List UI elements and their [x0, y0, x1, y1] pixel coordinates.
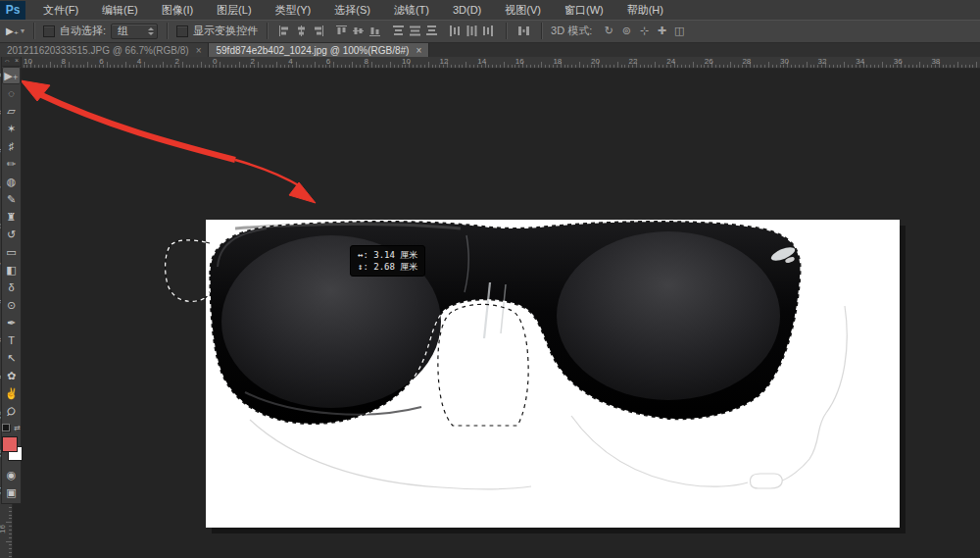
healing-brush-tool[interactable]: ◍	[2, 173, 21, 190]
ruler-label: 22	[629, 57, 638, 66]
dodge-tool[interactable]: ⊙	[2, 296, 21, 314]
clone-stamp-tool[interactable]: ♜	[2, 208, 21, 226]
distribute-spacing-icon[interactable]	[515, 24, 532, 39]
3d-mode-icons: ↻⊚⊹✚◫	[600, 24, 688, 39]
menu-item-2[interactable]: 图像(I)	[150, 1, 205, 20]
tool-preset-picker[interactable]: ▶₊ ▾	[6, 25, 24, 36]
align-top-edges-glyph	[335, 25, 348, 37]
document-tab-0[interactable]: 201211620333515.JPG @ 66.7%(RGB/8)×	[0, 43, 209, 57]
3d-drag-icon[interactable]: ⊹	[635, 24, 653, 39]
ruler-label: 38	[931, 57, 940, 66]
3d-mode-label: 3D 模式:	[551, 24, 592, 38]
pen-tool[interactable]: ✒	[2, 314, 21, 331]
screen-mode-icon: ▣	[6, 487, 16, 498]
tooltip-width: ↔: 3.14 厘米	[358, 249, 417, 261]
menu-item-8[interactable]: 视图(V)	[493, 1, 553, 20]
right-lens	[557, 231, 780, 400]
foreground-color-swatch[interactable]	[2, 436, 18, 452]
default-colors-icon[interactable]	[2, 424, 11, 432]
distribute-top-edges-icon[interactable]	[390, 24, 407, 39]
show-transform-label: 显示变换控件	[193, 24, 258, 38]
crop-tool[interactable]: ♯	[2, 137, 21, 155]
zoom-tool-icon: Ϙ	[5, 404, 19, 418]
ruler-label: 20	[591, 57, 600, 66]
path-selection-tool[interactable]: ↖	[2, 349, 21, 367]
polygonal-lasso-tool[interactable]: ▱	[2, 102, 21, 120]
type-tool-icon: T	[8, 335, 15, 346]
zoom-tool[interactable]: Ϙ	[2, 402, 21, 420]
align-bottom-edges-icon[interactable]	[367, 24, 383, 39]
auto-select-dropdown[interactable]: 组	[111, 24, 158, 39]
distribute-v-centers-icon[interactable]	[407, 24, 423, 39]
align-v-centers-glyph	[352, 25, 365, 37]
path-selection-tool-icon: ↖	[7, 353, 16, 364]
elliptical-marquee-tool[interactable]: ◌	[2, 84, 21, 102]
menu-item-10[interactable]: 帮助(H)	[615, 1, 675, 20]
ruler-label: 32	[818, 57, 827, 66]
distribute-left-edges-icon[interactable]	[447, 24, 464, 39]
color-swatches	[2, 435, 21, 465]
ruler-label: 10	[24, 57, 32, 66]
nose-gap	[438, 304, 528, 426]
3d-slide-icon[interactable]: ✚	[653, 24, 670, 39]
3d-scale-icon[interactable]: ◫	[670, 24, 688, 39]
hand-tool[interactable]: ✌	[2, 384, 21, 402]
ruler-label: 24	[666, 57, 675, 66]
type-tool[interactable]: T	[2, 331, 21, 349]
align-v-centers-icon[interactable]	[350, 24, 367, 39]
menu-item-4[interactable]: 类型(Y)	[264, 1, 323, 20]
close-panel-icon[interactable]: ×	[15, 56, 19, 66]
tab-close-icon[interactable]: ×	[416, 45, 421, 56]
eraser-tool[interactable]: ▭	[2, 243, 21, 261]
distribute-top-edges-glyph	[392, 25, 405, 37]
show-transform-checkbox[interactable]	[176, 25, 188, 37]
custom-shape-tool[interactable]: ✿	[2, 367, 21, 384]
eyedropper-tool-icon: ✏	[7, 159, 16, 170]
tab-title: 59fd874e2b402_1024.jpg @ 100%(RGB/8#)	[216, 45, 409, 56]
distribute-v-centers-glyph	[409, 25, 421, 37]
swap-colors-icon[interactable]: ⇄	[14, 424, 21, 432]
distribute-bottom-edges-icon[interactable]	[423, 24, 440, 39]
3d-rotate-icon[interactable]: ↻	[600, 24, 617, 39]
history-brush-tool[interactable]: ↺	[2, 226, 21, 243]
align-left-edges-icon[interactable]	[276, 24, 293, 39]
magic-wand-tool[interactable]: ✶	[2, 120, 21, 137]
auto-select-checkbox[interactable]	[43, 25, 55, 37]
menu-item-0[interactable]: 文件(F)	[31, 1, 90, 20]
align-top-edges-icon[interactable]	[333, 24, 350, 39]
gradient-tool[interactable]: ◧	[2, 261, 21, 279]
screen-mode-button[interactable]: ▣	[2, 483, 21, 501]
eyedropper-tool[interactable]: ✏	[2, 155, 21, 173]
ruler-label: 8	[364, 57, 368, 66]
menu-item-7[interactable]: 3D(D)	[441, 1, 493, 20]
mini-color-controls: ⇄	[2, 422, 21, 433]
distribute-right-edges-icon[interactable]	[480, 24, 497, 39]
align-distribute-icons	[276, 24, 497, 39]
stepper-arrows-icon	[148, 27, 154, 35]
document-tab-1[interactable]: 59fd874e2b402_1024.jpg @ 100%(RGB/8#)×	[209, 43, 429, 57]
menu-item-5[interactable]: 选择(S)	[322, 1, 382, 20]
ruler-label: 2	[251, 57, 255, 66]
move-tool[interactable]: ▶₊	[2, 67, 21, 84]
annotation-arrow	[21, 80, 316, 203]
pen-tool-icon: ✒	[7, 318, 16, 329]
menu-item-9[interactable]: 窗口(W)	[553, 1, 615, 20]
move-tool-icon: ▶₊	[4, 71, 18, 81]
collapse-panel-icon[interactable]: ⇔	[4, 56, 11, 66]
align-right-edges-icon[interactable]	[310, 24, 326, 39]
eraser-tool-icon: ▭	[6, 247, 16, 258]
quick-mask-button[interactable]: ◉	[2, 466, 21, 483]
dodge-tool-icon: ⊙	[7, 300, 16, 311]
hand-tool-icon: ✌	[5, 388, 19, 399]
blur-tool[interactable]: δ	[2, 279, 21, 296]
menu-item-1[interactable]: 编辑(E)	[90, 1, 150, 20]
tab-close-icon[interactable]: ×	[196, 45, 202, 56]
3d-roll-icon[interactable]: ⊚	[617, 24, 635, 39]
chevron-down-icon: ▾	[21, 26, 24, 35]
menu-item-3[interactable]: 图层(L)	[205, 1, 263, 20]
align-h-centers-icon[interactable]	[293, 24, 310, 39]
brush-tool[interactable]: ✎	[2, 190, 21, 208]
menu-item-6[interactable]: 滤镜(T)	[382, 1, 441, 20]
distribute-h-centers-icon[interactable]	[464, 24, 480, 39]
document-canvas[interactable]	[0, 68, 980, 558]
